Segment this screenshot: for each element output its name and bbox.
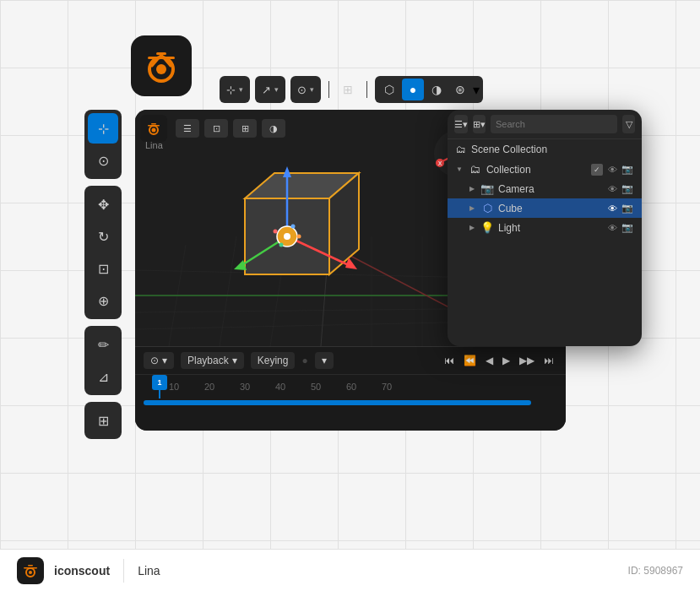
- outliner-filter-btn[interactable]: ▽: [622, 115, 635, 133]
- keying-label: Keying: [258, 355, 289, 366]
- bottom-bar-separator: [123, 559, 124, 583]
- key-dropdown-btn[interactable]: ▾: [315, 352, 334, 369]
- light-visibility-icons: 👁 📷: [606, 222, 633, 234]
- viewport-user-label: Lina: [145, 140, 163, 150]
- scale-tool-btn[interactable]: ⊡: [88, 253, 118, 284]
- all-transform-btn[interactable]: ⊕: [88, 285, 118, 316]
- light-camera-icon[interactable]: 📷: [621, 222, 633, 234]
- collection-eye-icon[interactable]: 👁: [606, 164, 618, 176]
- light-type-icon: 💡: [480, 221, 495, 234]
- light-expand-arrow[interactable]: ▶: [469, 224, 475, 231]
- camera-camera-icon[interactable]: 📷: [621, 183, 633, 195]
- viewport-object-btn[interactable]: ⊡: [204, 119, 228, 138]
- material-btn[interactable]: ◑: [426, 79, 448, 100]
- annotate-btn[interactable]: ✏: [88, 329, 118, 360]
- camera-type-icon: 📷: [480, 182, 495, 195]
- next-frame-btn[interactable]: ⏭: [540, 353, 557, 368]
- cube-collection-item[interactable]: ▶ ⬡ Cube 👁 📷: [448, 198, 642, 218]
- play-btn[interactable]: ▶: [499, 353, 513, 368]
- asset-id-label: ID: 5908967: [628, 565, 683, 577]
- wireframe-btn[interactable]: ⬡: [378, 79, 400, 100]
- timeline-bar[interactable]: [144, 400, 531, 405]
- add-tool-group: ⊞: [84, 402, 122, 439]
- svg-rect-3: [148, 57, 175, 59]
- add-object-btn[interactable]: ⊞: [88, 405, 118, 436]
- light-name: Light: [498, 222, 603, 234]
- svg-rect-8: [151, 123, 156, 125]
- snap-tool-btn[interactable]: ⊙ ▾: [290, 76, 321, 103]
- svg-point-35: [291, 225, 296, 229]
- prev-frame-btn[interactable]: ⏪: [460, 353, 480, 368]
- frame-40: 40: [275, 382, 311, 392]
- svg-point-1: [156, 64, 166, 74]
- timeline-ruler[interactable]: 1 10 20 30 40 50 60 70: [135, 375, 566, 399]
- svg-point-7: [152, 128, 156, 133]
- prev-keyframe-btn[interactable]: ◀: [482, 353, 497, 368]
- cube-name: Cube: [498, 203, 603, 214]
- cursor-icon: ⊹: [226, 84, 236, 96]
- frame-30: 30: [240, 382, 275, 392]
- rotate-tool-btn[interactable]: ↻: [88, 221, 118, 252]
- outliner-menu-btn[interactable]: ☰▾: [454, 115, 468, 133]
- collection-expand-arrow[interactable]: ▼: [456, 165, 463, 173]
- timeline-menu-btn[interactable]: ⊙ ▾: [144, 352, 174, 369]
- measure-btn[interactable]: ⊿: [88, 361, 118, 392]
- select-tool-btn[interactable]: ⊹: [88, 113, 118, 144]
- dropdown-arrow: ▾: [239, 85, 243, 94]
- cube-eye-icon[interactable]: 👁: [606, 203, 618, 214]
- svg-point-37: [279, 243, 284, 247]
- collection-check[interactable]: ✓: [591, 164, 603, 176]
- iconscout-brand-name: iconscout: [54, 564, 110, 577]
- cursor-place-btn[interactable]: ⊙: [88, 145, 118, 176]
- grid-view-btn[interactable]: ⊞: [337, 79, 359, 100]
- collection-type-icon: 🗂: [468, 163, 483, 176]
- viewport-overlay-btn[interactable]: ⊞: [233, 119, 257, 138]
- blender-app-icon: [131, 35, 192, 96]
- collection-camera-icon[interactable]: 📷: [621, 164, 633, 176]
- iconscout-logo: [17, 557, 44, 584]
- viewport-topbar: ☰ ⊡ ⊞ ◑: [140, 115, 285, 142]
- outliner-search-input[interactable]: [491, 115, 617, 133]
- snap-icon: ⊙: [297, 84, 307, 96]
- collection-visibility-icons: ✓ 👁 📷: [591, 164, 633, 176]
- cursor-tool-btn[interactable]: ⊹ ▾: [220, 76, 250, 103]
- light-eye-icon[interactable]: 👁: [606, 222, 618, 234]
- skip-start-btn[interactable]: ⏮: [441, 353, 458, 368]
- svg-text:X: X: [438, 160, 442, 166]
- top-toolbar: ⊹ ▾ ↗ ▾ ⊙ ▾ ⊞ ⬡ ● ◑ ⊛ ▾: [220, 76, 483, 103]
- cube-visibility-icons: 👁 📷: [606, 203, 633, 214]
- dropdown-arrow: ▾: [274, 85, 279, 94]
- camera-expand-arrow[interactable]: ▶: [469, 185, 475, 192]
- outliner-header: ☰▾ ⊞▾ ▽: [448, 110, 642, 139]
- viewport-mode-arrow: ▾: [473, 82, 480, 98]
- camera-eye-icon[interactable]: 👁: [606, 183, 618, 195]
- outliner-display-btn[interactable]: ⊞▾: [473, 115, 486, 133]
- rendered-btn[interactable]: ⊛: [449, 79, 471, 100]
- left-sidebar: ⊹ ⊙ ✥ ↻ ⊡ ⊕ ✏ ⊿ ⊞: [84, 110, 122, 439]
- cube-type-icon: ⬡: [480, 202, 495, 214]
- cube-expand-arrow[interactable]: ▶: [469, 204, 475, 212]
- user-name-label: Lina: [138, 564, 160, 577]
- frame-70: 70: [382, 382, 417, 392]
- cube-camera-icon[interactable]: 📷: [621, 203, 633, 214]
- next-keyframe-btn[interactable]: ▶▶: [516, 353, 538, 368]
- camera-name: Camera: [498, 183, 603, 195]
- toolbar-separator-2: [366, 81, 367, 98]
- keying-btn[interactable]: Keying: [251, 352, 296, 369]
- ruler-numbers: 10 20 30 40 50 60 70: [144, 382, 417, 392]
- transform-tool-btn[interactable]: ↗ ▾: [255, 76, 285, 103]
- move-tool-btn[interactable]: ✥: [88, 189, 118, 220]
- light-collection-item[interactable]: ▶ 💡 Light 👁 📷: [448, 218, 642, 237]
- viewport-menu-btn[interactable]: ☰: [176, 119, 199, 138]
- viewport-shading-btn[interactable]: ◑: [262, 119, 285, 138]
- camera-collection-item[interactable]: ▶ 📷 Camera 👁 📷: [448, 179, 642, 198]
- playback-btn[interactable]: Playback ▾: [181, 352, 244, 369]
- viewport-mode-group: ⬡ ● ◑ ⊛ ▾: [375, 76, 483, 103]
- collection-item[interactable]: ▼ 🗂 Collection ✓ 👁 📷: [448, 160, 642, 179]
- current-frame-marker: 1: [152, 375, 167, 399]
- outliner-panel: ☰▾ ⊞▾ ▽ 🗂 Scene Collection ▼ 🗂 Collectio…: [448, 110, 642, 346]
- svg-rect-50: [28, 565, 33, 567]
- solid-btn[interactable]: ●: [402, 79, 424, 100]
- svg-point-33: [284, 233, 290, 240]
- playback-controls: ⏮ ⏪ ◀ ▶ ▶▶ ⏭: [441, 353, 557, 368]
